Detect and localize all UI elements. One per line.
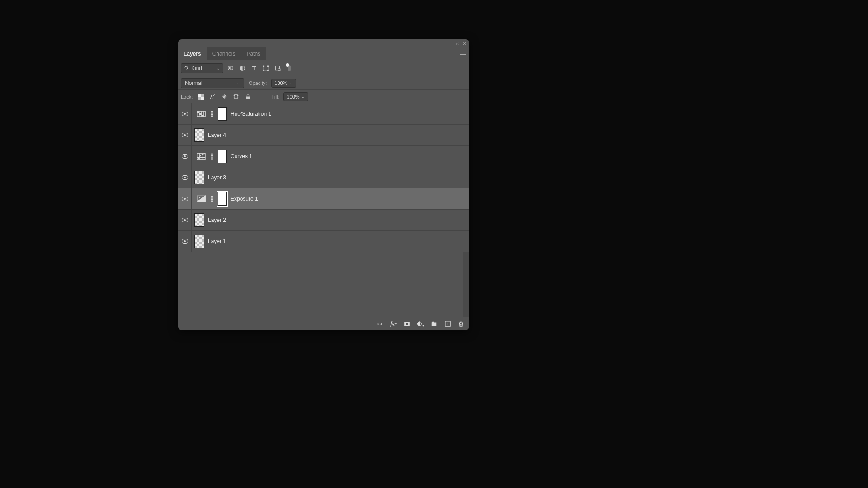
layer-name-label[interactable]: Layer 2 (208, 217, 226, 223)
opacity-label: Opacity: (249, 80, 267, 86)
opacity-input[interactable]: 100% ⌄ (271, 79, 296, 88)
lock-transparency-icon[interactable] (197, 93, 204, 100)
add-mask-icon[interactable] (403, 320, 410, 328)
layer-row[interactable]: Layer 2 (178, 210, 469, 231)
chevron-down-icon: ⌄ (302, 94, 305, 99)
layers-bottom-toolbar: fx▾ ▾ (178, 317, 469, 330)
blend-mode-select[interactable]: Normal ⌄ (181, 78, 244, 88)
layer-effects-icon[interactable]: fx▾ (390, 320, 397, 328)
close-panel-icon[interactable]: ✕ (462, 41, 467, 46)
svg-rect-7 (268, 66, 269, 66)
layers-list: Hue/Saturation 1Layer 4Curves 1Layer 3Ex… (178, 103, 469, 252)
mask-link-icon[interactable] (210, 196, 214, 202)
lock-pixels-icon[interactable] (209, 93, 216, 100)
layer-name-label[interactable]: Hue/Saturation 1 (231, 111, 271, 117)
layer-row[interactable]: Curves 1 (178, 146, 469, 167)
filter-shape-layers-icon[interactable] (262, 65, 269, 72)
filter-pixel-layers-icon[interactable] (227, 65, 234, 72)
layer-name-label[interactable]: Layer 3 (208, 174, 226, 181)
layer-name-label[interactable]: Layer 4 (208, 132, 226, 138)
layer-row[interactable]: Layer 1 (178, 231, 469, 252)
layer-thumbnail[interactable] (194, 128, 204, 142)
blend-mode-value: Normal (185, 80, 203, 86)
filter-adjustment-layers-icon[interactable] (239, 65, 246, 72)
fill-label: Fill: (271, 94, 279, 99)
svg-rect-8 (263, 70, 264, 70)
layer-body: Layer 4 (192, 125, 469, 145)
layer-thumbnail[interactable] (194, 171, 204, 184)
tabs-spacer (266, 47, 457, 60)
filter-smart-object-icon[interactable] (274, 65, 281, 72)
tab-layers-label: Layers (184, 51, 201, 57)
layer-thumbnail[interactable] (194, 213, 204, 227)
layer-mask-thumbnail[interactable] (218, 150, 227, 163)
layer-body: Hue/Saturation 1 (192, 103, 469, 124)
svg-rect-13 (198, 94, 201, 97)
layer-thumbnail[interactable] (194, 235, 204, 248)
mask-link-icon[interactable] (210, 153, 214, 160)
hamburger-icon (460, 52, 466, 56)
chevron-down-icon: ⌄ (289, 81, 293, 85)
eye-icon (182, 197, 188, 201)
svg-rect-15 (234, 94, 238, 98)
curves-adjustment-icon[interactable] (196, 152, 206, 160)
link-layers-icon[interactable] (376, 320, 383, 328)
filter-type-icons (227, 65, 293, 72)
layer-visibility-toggle[interactable] (178, 146, 192, 167)
lock-label: Lock: (181, 94, 193, 99)
lock-all-icon[interactable] (244, 93, 251, 100)
layer-body: Exposure 1 (192, 188, 469, 209)
delete-layer-icon[interactable] (458, 320, 465, 328)
layer-visibility-toggle[interactable] (178, 188, 192, 209)
svg-rect-14 (201, 97, 204, 100)
layer-body: Curves 1 (192, 146, 469, 167)
svg-rect-9 (268, 70, 269, 70)
collapse-panel-icon[interactable]: ‹‹ (456, 41, 459, 46)
tab-channels[interactable]: Channels (207, 47, 241, 60)
search-icon (184, 66, 189, 71)
layer-body: Layer 3 (192, 167, 469, 188)
layer-row[interactable]: Layer 3 (178, 167, 469, 188)
layer-row[interactable]: Exposure 1 (178, 188, 469, 210)
eye-icon (182, 112, 188, 116)
filter-kind-select[interactable]: Kind ⌄ (181, 63, 223, 73)
layers-empty-area[interactable] (178, 252, 469, 317)
new-layer-icon[interactable] (444, 320, 451, 328)
lock-position-icon[interactable] (221, 93, 228, 100)
eye-icon (182, 218, 188, 222)
chevron-down-icon: ⌄ (236, 81, 240, 85)
eye-icon (182, 175, 188, 180)
layers-panel: ‹‹ ✕ Layers Channels Paths Kind ⌄ (178, 39, 469, 330)
layer-visibility-toggle[interactable] (178, 103, 192, 124)
layer-mask-thumbnail[interactable] (218, 192, 227, 206)
layer-visibility-toggle[interactable] (178, 125, 192, 145)
new-group-icon[interactable] (430, 320, 438, 328)
mask-link-icon[interactable] (210, 111, 214, 117)
layer-visibility-toggle[interactable] (178, 167, 192, 188)
hue-saturation-adjustment-icon[interactable] (196, 110, 206, 118)
svg-rect-16 (246, 96, 250, 99)
layer-visibility-toggle[interactable] (178, 231, 192, 252)
layer-name-label[interactable]: Curves 1 (231, 153, 252, 160)
tab-paths[interactable]: Paths (241, 47, 266, 60)
eye-icon (182, 133, 188, 137)
tab-layers[interactable]: Layers (178, 47, 207, 60)
layer-name-label[interactable]: Layer 1 (208, 238, 226, 244)
filter-toggle-switch[interactable] (286, 65, 293, 72)
layer-visibility-toggle[interactable] (178, 210, 192, 230)
lock-artboard-icon[interactable] (232, 93, 240, 100)
layer-body: Layer 2 (192, 210, 469, 230)
panel-top-controls: ‹‹ ✕ (178, 39, 469, 47)
layer-mask-thumbnail[interactable] (218, 107, 227, 121)
svg-rect-19 (200, 113, 201, 115)
exposure-adjustment-icon[interactable] (196, 195, 206, 203)
svg-rect-6 (263, 66, 264, 66)
layer-name-label[interactable]: Exposure 1 (231, 196, 258, 202)
layer-row[interactable]: Hue/Saturation 1 (178, 103, 469, 125)
panel-menu-button[interactable] (457, 47, 469, 60)
layer-filter-row: Kind ⌄ (178, 60, 469, 76)
filter-type-layers-icon[interactable] (250, 65, 258, 72)
fill-input[interactable]: 100% ⌄ (283, 92, 308, 101)
new-adjustment-layer-icon[interactable]: ▾ (417, 320, 424, 328)
layer-row[interactable]: Layer 4 (178, 125, 469, 146)
